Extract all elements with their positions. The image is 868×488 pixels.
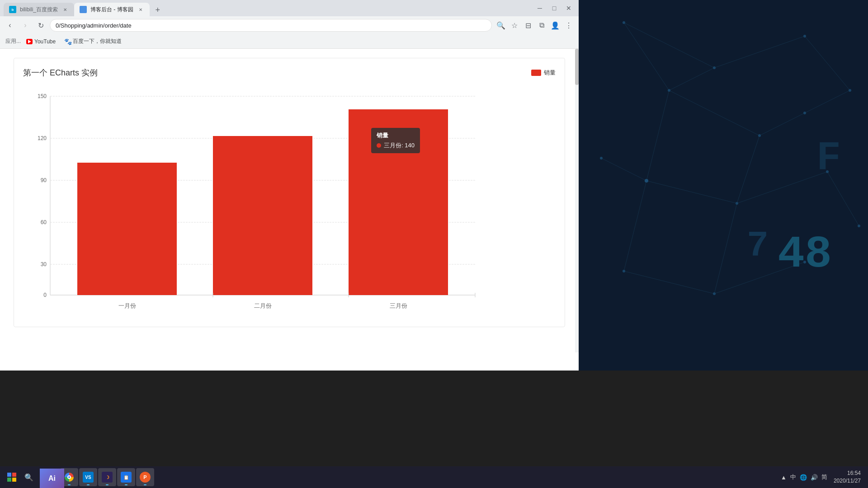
- svg-text:120: 120: [38, 135, 47, 141]
- bar-february[interactable]: [213, 136, 312, 295]
- svg-point-20: [803, 35, 806, 38]
- svg-line-3: [669, 90, 760, 136]
- scrollbar[interactable]: [575, 49, 579, 352]
- svg-line-4: [624, 23, 669, 90]
- svg-point-23: [758, 134, 761, 137]
- address-input[interactable]: 0/Shopping/admin/order/date: [50, 19, 492, 32]
- back-button[interactable]: ‹: [4, 19, 16, 32]
- bookmark-youtube[interactable]: YouTube: [23, 36, 59, 47]
- tabs-area: b bilibili_百度搜索 ✕ 博客后台 - 博客园 ✕ +: [4, 0, 533, 16]
- eclipse-indicator: [106, 484, 108, 485]
- svg-line-11: [601, 158, 646, 181]
- filter-icon[interactable]: ⊟: [522, 19, 534, 32]
- taskbar-right: ▲ 中 🌐 🔊 简 16:54 2020/11/27: [780, 469, 864, 485]
- legend-label: 销量: [544, 69, 556, 77]
- reload-button[interactable]: ↻: [34, 19, 47, 32]
- baidu-icon: 🐾: [65, 38, 71, 45]
- svg-line-6: [760, 113, 805, 136]
- svg-point-30: [623, 270, 625, 272]
- svg-point-19: [713, 66, 716, 69]
- svg-text:30: 30: [41, 261, 47, 267]
- deco-7: 7: [747, 225, 769, 267]
- address-text: 0/Shopping/admin/order/date: [56, 22, 132, 29]
- taskbar-vscode[interactable]: VS: [79, 468, 97, 486]
- tab-bilibili-label: bilibili_百度搜索: [20, 6, 58, 14]
- title-bar: b bilibili_百度搜索 ✕ 博客后台 - 博客园 ✕ + ─ □ ✕: [0, 0, 579, 16]
- svg-line-2: [805, 36, 850, 90]
- search-icon[interactable]: 🔍: [495, 19, 507, 32]
- chart-legend: 销量: [531, 69, 556, 77]
- svg-line-0: [624, 23, 714, 68]
- chart-svg-wrapper: 150 120 90 60 30 0: [23, 87, 556, 318]
- bookmarks-prefix: 应用...: [5, 38, 21, 45]
- extensions-icon[interactable]: ⧉: [535, 19, 548, 32]
- forward-button[interactable]: ›: [19, 19, 32, 32]
- network-svg: [579, 0, 868, 371]
- postman-indicator: [144, 484, 146, 485]
- taskbar-postman[interactable]: P: [136, 468, 154, 486]
- legend-color-box: [531, 70, 541, 76]
- svg-text:150: 150: [38, 93, 47, 99]
- tray-network[interactable]: 🌐: [799, 474, 808, 481]
- clock-date: 2020/11/27: [834, 477, 861, 485]
- svg-point-31: [713, 292, 716, 295]
- ai-badge[interactable]: Ai: [40, 469, 64, 488]
- bookmark-baidu[interactable]: 🐾 百度一下，你就知道: [61, 36, 125, 47]
- address-bar: ‹ › ↻ 0/Shopping/admin/order/date 🔍 ☆ ⊟ …: [0, 16, 579, 34]
- start-button[interactable]: [4, 469, 20, 485]
- svg-text:60: 60: [41, 219, 47, 225]
- tray-expand[interactable]: ▲: [780, 474, 788, 481]
- svg-line-9: [737, 172, 827, 203]
- system-clock[interactable]: 16:54 2020/11/27: [830, 469, 864, 485]
- blog-favicon: [80, 6, 87, 13]
- chrome-icon: [64, 472, 75, 483]
- svg-text:一月份: 一月份: [118, 302, 136, 309]
- svg-point-22: [668, 89, 670, 92]
- bookmark-star-icon[interactable]: ☆: [508, 19, 521, 32]
- eclipse-icon: ☽: [102, 472, 113, 483]
- svg-point-28: [858, 225, 860, 227]
- chart-header: 第一个 ECharts 实例 销量: [23, 67, 556, 78]
- bilibili-favicon: b: [9, 6, 16, 13]
- tray-icons: ▲ 中 🌐 🔊 简: [780, 473, 828, 481]
- scrollbar-thumb[interactable]: [575, 49, 579, 85]
- tray-lang[interactable]: 中: [789, 473, 797, 481]
- youtube-icon: [26, 38, 33, 45]
- tray-keyboard-lang[interactable]: 简: [821, 473, 828, 481]
- svg-line-17: [714, 203, 737, 294]
- taskbar: 🔍 ⊞ VS ☽ 📋: [0, 466, 868, 488]
- taskbar-pinned-apps: VS ☽ 📋 P: [60, 468, 154, 486]
- chart-svg: 150 120 90 60 30 0: [23, 87, 484, 318]
- svg-line-7: [805, 90, 850, 113]
- tab-bilibili-close[interactable]: ✕: [61, 6, 69, 13]
- browser-window: b bilibili_百度搜索 ✕ 博客后台 - 博客园 ✕ + ─ □ ✕ ‹…: [0, 0, 579, 371]
- bar-march[interactable]: [349, 109, 448, 295]
- chart-title: 第一个 ECharts 实例: [23, 67, 98, 78]
- maximize-button[interactable]: □: [548, 2, 561, 14]
- new-tab-button[interactable]: +: [151, 4, 164, 16]
- profile-icon[interactable]: 👤: [549, 19, 561, 32]
- svg-point-18: [623, 21, 625, 24]
- tray-volume[interactable]: 🔊: [810, 474, 819, 481]
- close-button[interactable]: ✕: [562, 2, 575, 14]
- svg-point-29: [600, 157, 603, 160]
- toolbar-icons: 🔍 ☆ ⊟ ⧉ 👤 ⋮: [495, 19, 575, 32]
- tab-blog-close[interactable]: ✕: [137, 6, 144, 13]
- postman-icon: P: [140, 472, 151, 483]
- svg-line-8: [646, 181, 737, 203]
- taskbar-eclipse[interactable]: ☽: [98, 468, 116, 486]
- vscode-icon: VS: [83, 472, 94, 483]
- bar-january[interactable]: [77, 163, 177, 295]
- menu-icon[interactable]: ⋮: [562, 19, 575, 32]
- tab-bilibili[interactable]: b bilibili_百度搜索 ✕: [4, 3, 74, 16]
- windows-logo: [7, 473, 16, 482]
- window-controls: ─ □ ✕: [533, 2, 575, 14]
- search-button[interactable]: 🔍: [21, 469, 37, 485]
- taskbar-order[interactable]: 📋: [117, 468, 135, 486]
- bookmark-youtube-label: YouTube: [34, 38, 56, 45]
- svg-text:二月份: 二月份: [254, 302, 272, 309]
- svg-line-12: [646, 90, 669, 181]
- tab-blog[interactable]: 博客后台 - 博客园 ✕: [74, 3, 150, 16]
- minimize-button[interactable]: ─: [533, 2, 546, 14]
- deco-F: F: [816, 136, 841, 182]
